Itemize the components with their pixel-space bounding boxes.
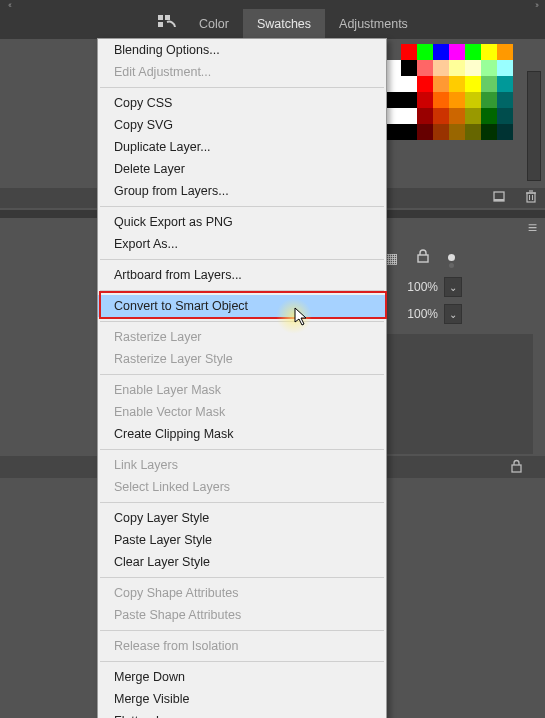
- new-swatch-icon[interactable]: [493, 191, 507, 206]
- swatch[interactable]: [465, 44, 481, 60]
- menu-separator: [100, 206, 384, 207]
- swatch[interactable]: [417, 92, 433, 108]
- swatch[interactable]: [433, 44, 449, 60]
- menu-item[interactable]: Blending Options...: [98, 39, 386, 61]
- swatch[interactable]: [417, 108, 433, 124]
- menu-separator: [100, 661, 384, 662]
- menu-separator: [100, 290, 384, 291]
- collapse-right[interactable]: ››: [535, 0, 537, 10]
- swatch[interactable]: [417, 60, 433, 76]
- menu-item: Enable Layer Mask: [98, 379, 386, 401]
- swatch[interactable]: [401, 108, 417, 124]
- swatch[interactable]: [385, 92, 401, 108]
- swatch[interactable]: [385, 76, 401, 92]
- svg-rect-5: [527, 193, 535, 202]
- arrange-icon[interactable]: [0, 15, 185, 33]
- swatch[interactable]: [401, 124, 417, 140]
- menu-item[interactable]: Copy SVG: [98, 114, 386, 136]
- opacity-row: 100% ⌄: [398, 277, 462, 297]
- swatch[interactable]: [465, 124, 481, 140]
- menu-item[interactable]: Group from Layers...: [98, 180, 386, 202]
- menu-item[interactable]: Clear Layer Style: [98, 551, 386, 573]
- swatch[interactable]: [449, 124, 465, 140]
- fill-value[interactable]: 100%: [398, 307, 440, 321]
- swatch[interactable]: [449, 92, 465, 108]
- menu-item[interactable]: Paste Layer Style: [98, 529, 386, 551]
- swatches-scrollbar[interactable]: [527, 71, 541, 181]
- menu-item[interactable]: Copy Layer Style: [98, 507, 386, 529]
- menu-item[interactable]: Copy CSS: [98, 92, 386, 114]
- swatch[interactable]: [497, 124, 513, 140]
- swatches-grid[interactable]: [385, 44, 520, 140]
- swatch[interactable]: [449, 44, 465, 60]
- lock-all-indicator[interactable]: [448, 254, 455, 261]
- swatch[interactable]: [433, 124, 449, 140]
- menu-item[interactable]: Convert to Smart Object: [98, 295, 386, 317]
- menu-separator: [100, 374, 384, 375]
- swatch[interactable]: [497, 92, 513, 108]
- collapse-left[interactable]: ‹‹: [8, 0, 10, 10]
- menu-item[interactable]: Merge Down: [98, 666, 386, 688]
- swatch[interactable]: [433, 76, 449, 92]
- opacity-dropdown-icon[interactable]: ⌄: [444, 277, 462, 297]
- menu-item: Select Linked Layers: [98, 476, 386, 498]
- swatch[interactable]: [401, 44, 417, 60]
- swatch[interactable]: [385, 124, 401, 140]
- menu-item: Release from Isolation: [98, 635, 386, 657]
- menu-item[interactable]: Flatten Image: [98, 710, 386, 718]
- fill-dropdown-icon[interactable]: ⌄: [444, 304, 462, 324]
- tab-swatches[interactable]: Swatches: [243, 9, 325, 39]
- swatch[interactable]: [497, 108, 513, 124]
- swatch[interactable]: [497, 60, 513, 76]
- swatch[interactable]: [449, 76, 465, 92]
- swatch[interactable]: [465, 76, 481, 92]
- swatch[interactable]: [465, 60, 481, 76]
- swatch[interactable]: [401, 92, 417, 108]
- menu-item[interactable]: Artboard from Layers...: [98, 264, 386, 286]
- swatch[interactable]: [401, 60, 417, 76]
- panel-menu-icon[interactable]: ≡: [528, 219, 537, 237]
- swatch[interactable]: [497, 76, 513, 92]
- swatch[interactable]: [385, 108, 401, 124]
- swatch[interactable]: [481, 124, 497, 140]
- fill-row: 100% ⌄: [398, 304, 462, 324]
- swatch[interactable]: [401, 76, 417, 92]
- svg-rect-1: [165, 15, 170, 20]
- swatch[interactable]: [433, 92, 449, 108]
- menu-separator: [100, 87, 384, 88]
- lock-position-icon[interactable]: [416, 249, 430, 266]
- swatch[interactable]: [465, 108, 481, 124]
- swatch[interactable]: [449, 108, 465, 124]
- swatch[interactable]: [449, 60, 465, 76]
- swatch[interactable]: [481, 92, 497, 108]
- menu-separator: [100, 502, 384, 503]
- svg-rect-10: [418, 255, 428, 262]
- menu-item[interactable]: Merge Visible: [98, 688, 386, 710]
- menu-item[interactable]: Delete Layer: [98, 158, 386, 180]
- swatch[interactable]: [481, 60, 497, 76]
- swatch[interactable]: [433, 60, 449, 76]
- menu-item[interactable]: Duplicate Layer...: [98, 136, 386, 158]
- collapse-handles: ‹‹ ››: [0, 0, 545, 9]
- swatch[interactable]: [481, 76, 497, 92]
- menu-item[interactable]: Quick Export as PNG: [98, 211, 386, 233]
- svg-rect-0: [158, 15, 163, 20]
- swatch[interactable]: [465, 92, 481, 108]
- layers-body[interactable]: [385, 334, 533, 454]
- footer-lock-icon[interactable]: [510, 459, 523, 476]
- swatch[interactable]: [417, 44, 433, 60]
- swatch[interactable]: [417, 124, 433, 140]
- tab-color[interactable]: Color: [185, 9, 243, 39]
- opacity-value[interactable]: 100%: [398, 280, 440, 294]
- swatch[interactable]: [417, 76, 433, 92]
- menu-item[interactable]: Export As...: [98, 233, 386, 255]
- menu-item: Rasterize Layer Style: [98, 348, 386, 370]
- swatch[interactable]: [481, 44, 497, 60]
- swatch[interactable]: [481, 108, 497, 124]
- swatch[interactable]: [433, 108, 449, 124]
- swatch[interactable]: [497, 44, 513, 60]
- tab-adjustments[interactable]: Adjustments: [325, 9, 422, 39]
- delete-swatch-icon[interactable]: [525, 190, 537, 206]
- menu-item[interactable]: Create Clipping Mask: [98, 423, 386, 445]
- swatch[interactable]: [385, 60, 401, 76]
